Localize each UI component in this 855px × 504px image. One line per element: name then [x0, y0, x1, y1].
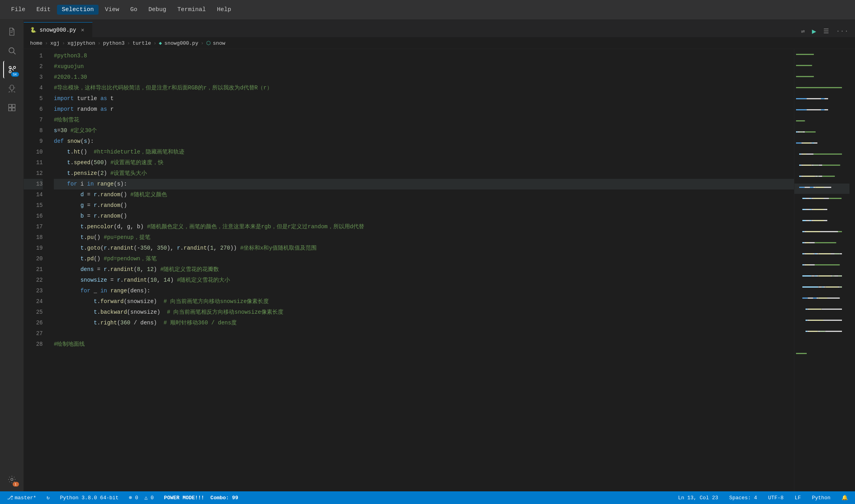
menu-view[interactable]: View	[100, 5, 124, 15]
status-left: ⎇ master* ↻ Python 3.8.0 64-bit ⊗ 0 △ 0 …	[5, 491, 241, 504]
line-number-21: 21	[24, 264, 43, 275]
menu-debug[interactable]: Debug	[144, 5, 171, 15]
activity-source-control[interactable]: 5K	[3, 61, 21, 78]
tab-file-icon: 🐍	[30, 27, 36, 33]
menu-terminal[interactable]: Terminal	[173, 5, 211, 15]
split-editor-button[interactable]: ⇌	[800, 26, 807, 37]
status-encoding[interactable]: UTF-8	[766, 491, 786, 504]
menu-selection[interactable]: Selection	[57, 5, 99, 15]
activity-search[interactable]	[3, 42, 21, 59]
sync-icon: ↻	[47, 495, 50, 501]
breadcrumb-filename[interactable]: snowg000.py	[164, 40, 198, 46]
tab-close-button[interactable]: ✕	[79, 26, 86, 34]
tab-toolbar: ⇌ ▶ ☰ ···	[800, 25, 855, 37]
status-power-mode: POWER MODE!!! Combo: 99	[162, 491, 240, 504]
line-number-24: 24	[24, 296, 43, 307]
breadcrumb-xgjpython[interactable]: xgjpython	[67, 40, 95, 46]
breadcrumb-python3[interactable]: python3	[103, 40, 125, 46]
breadcrumb-sep-1: ›	[45, 40, 48, 46]
line-number-12: 12	[24, 168, 43, 179]
code-editor[interactable]: 1234567891011121314151617181920212223242…	[24, 49, 855, 491]
line-number-8: 8	[24, 125, 43, 136]
tab-snowg000[interactable]: 🐍 snowg000.py ✕	[24, 22, 93, 37]
code-line-18: t.pu() #pu=penup，提笔	[54, 232, 794, 243]
code-line-23: for _ in range(dens):	[54, 286, 794, 296]
code-line-10: t.ht() #ht=hideturtle，隐藏画笔和轨迹	[54, 147, 794, 157]
status-errors[interactable]: ⊗ 0 △ 0	[127, 491, 156, 504]
run-button[interactable]: ▶	[810, 25, 818, 37]
tab-bar: 🐍 snowg000.py ✕ ⇌ ▶ ☰ ···	[24, 20, 855, 38]
minimap	[794, 49, 849, 491]
status-bar: ⎇ master* ↻ Python 3.8.0 64-bit ⊗ 0 △ 0 …	[0, 491, 855, 504]
status-bell[interactable]: 🔔	[839, 491, 850, 504]
scrollbar[interactable]	[849, 49, 855, 491]
code-line-26: t.right(360 / dens) # 顺时针移动360 / dens度	[54, 318, 794, 328]
code-line-20: t.pd() #pd=pendown，落笔	[54, 254, 794, 264]
line-numbers: 1234567891011121314151617181920212223242…	[24, 49, 48, 491]
status-spaces[interactable]: Spaces: 4	[727, 491, 759, 504]
code-line-19: t.goto(r.randint(-350, 350), r.randint(1…	[54, 243, 794, 254]
code-line-16: b = r.random()	[54, 211, 794, 222]
status-language[interactable]: Python	[809, 491, 833, 504]
line-ending-label: LF	[795, 495, 801, 501]
line-number-27: 27	[24, 328, 43, 339]
line-number-10: 10	[24, 147, 43, 157]
line-number-5: 5	[24, 93, 43, 104]
layout-button[interactable]: ☰	[822, 26, 830, 37]
activity-explorer[interactable]	[3, 23, 21, 40]
menu-file[interactable]: File	[6, 5, 30, 15]
code-line-13: for i in range(s):	[54, 179, 794, 189]
menu-go[interactable]: Go	[125, 5, 142, 15]
breadcrumb-symbol[interactable]: snow	[213, 40, 225, 46]
activity-debug[interactable]	[3, 80, 21, 97]
code-line-12: t.pensize(2) #设置笔头大小	[54, 168, 794, 179]
code-line-21: dens = r.randint(8, 12) #随机定义雪花的花瓣数	[54, 264, 794, 275]
code-content[interactable]: #python3.8#xuguojun#2020.1.30#导出模块，这样导出比…	[48, 49, 794, 491]
status-sync[interactable]: ↻	[44, 491, 52, 504]
python-version: Python 3.8.0 64-bit	[60, 495, 118, 501]
activity-settings[interactable]: 1	[3, 471, 21, 488]
menubar: File Edit Selection View Go Debug Termin…	[0, 0, 855, 20]
line-number-13: 13	[24, 179, 43, 189]
code-line-1: #python3.8	[54, 51, 794, 61]
code-line-4: #导出模块，这样导出比代码较简洁，但是注意r和后面RGB的r，所以我改为d代替R…	[54, 83, 794, 93]
breadcrumb-xgj[interactable]: xgj	[50, 40, 59, 46]
line-number-23: 23	[24, 286, 43, 296]
breadcrumb-sep-3: ›	[97, 40, 101, 46]
svg-point-9	[11, 478, 13, 481]
app-layout: 5K 1 🐍 snowg000.py ✕ ⇌ ▶ ☰ ···	[0, 20, 855, 491]
breadcrumb-file-icon: ◆	[159, 40, 162, 46]
line-number-16: 16	[24, 211, 43, 222]
line-number-25: 25	[24, 307, 43, 318]
code-line-2: #xuguojun	[54, 61, 794, 72]
line-number-19: 19	[24, 243, 43, 254]
source-control-badge: 5K	[11, 72, 19, 77]
status-branch[interactable]: ⎇ master*	[5, 491, 39, 504]
line-number-14: 14	[24, 189, 43, 200]
encoding-label: UTF-8	[768, 495, 784, 501]
editor-area: 🐍 snowg000.py ✕ ⇌ ▶ ☰ ··· home › xgj › x…	[24, 20, 855, 491]
line-number-1: 1	[24, 51, 43, 61]
code-line-25: t.backward(snowsize) # 向当前画笔相反方向移动snowsi…	[54, 307, 794, 318]
line-number-4: 4	[24, 83, 43, 93]
code-line-28: #绘制地面线	[54, 339, 794, 350]
line-number-20: 20	[24, 254, 43, 264]
branch-icon: ⎇	[7, 495, 13, 501]
line-number-22: 22	[24, 275, 43, 286]
status-line-ending[interactable]: LF	[792, 491, 804, 504]
breadcrumb-turtle[interactable]: turtle	[133, 40, 151, 46]
breadcrumb: home › xgj › xgjpython › python3 › turtl…	[24, 38, 855, 49]
language-label: Python	[812, 495, 830, 501]
more-actions-button[interactable]: ···	[834, 26, 850, 36]
status-position[interactable]: Ln 13, Col 23	[676, 491, 720, 504]
svg-line-1	[13, 52, 15, 54]
breadcrumb-home[interactable]: home	[30, 40, 42, 46]
menu-help[interactable]: Help	[212, 5, 236, 15]
menu-edit[interactable]: Edit	[32, 5, 55, 15]
activity-extensions[interactable]	[3, 99, 21, 116]
branch-name: master*	[15, 495, 36, 501]
breadcrumb-sep-6: ›	[201, 40, 204, 46]
status-python[interactable]: Python 3.8.0 64-bit	[57, 491, 121, 504]
line-number-9: 9	[24, 136, 43, 147]
line-number-3: 3	[24, 72, 43, 83]
